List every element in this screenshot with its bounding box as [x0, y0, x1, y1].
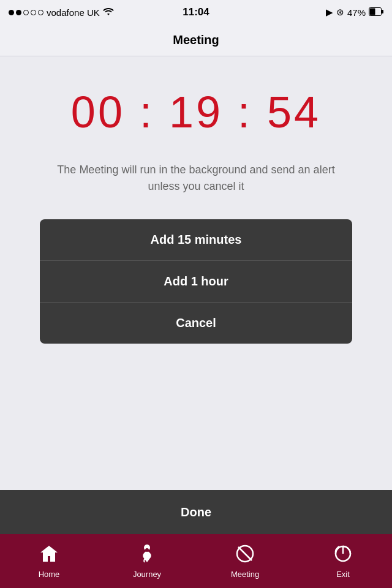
tab-meeting-label: Meeting — [231, 570, 259, 579]
done-label: Done — [181, 505, 211, 519]
status-left: vodafone UK — [9, 7, 114, 18]
status-bar: vodafone UK 11:04 ▶ ⊛ 47% — [0, 0, 392, 24]
signal-dot-4 — [31, 10, 36, 15]
home-icon — [39, 544, 59, 567]
add-15-minutes-button[interactable]: Add 15 minutes — [40, 219, 352, 261]
meeting-icon — [235, 544, 255, 567]
svg-line-7 — [238, 547, 252, 560]
signal-dot-2 — [16, 10, 21, 15]
tab-home[interactable]: Home — [0, 534, 98, 588]
signal-dot-1 — [9, 10, 14, 15]
action-buttons: Add 15 minutes Add 1 hour Cancel — [40, 219, 352, 344]
cancel-button[interactable]: Cancel — [40, 303, 352, 344]
signal-dot-5 — [38, 10, 43, 15]
exit-icon — [333, 544, 353, 567]
add-1-hour-button[interactable]: Add 1 hour — [40, 261, 352, 303]
tab-bar: Home Journey Meeting — [0, 534, 392, 588]
tab-home-label: Home — [39, 570, 60, 579]
bluetooth-icon: ⊛ — [336, 7, 344, 18]
svg-rect-2 — [382, 10, 383, 13]
tab-exit-label: Exit — [336, 570, 350, 579]
timer-display: 00 : 19 : 54 — [71, 87, 321, 137]
nav-title: Meeting — [173, 33, 219, 47]
tab-meeting[interactable]: Meeting — [196, 534, 294, 588]
done-bar[interactable]: Done — [0, 490, 392, 534]
tab-journey-label: Journey — [133, 570, 161, 579]
tab-journey[interactable]: Journey — [98, 534, 196, 588]
battery-percent: 47% — [347, 7, 366, 18]
main-content: 00 : 19 : 54 The Meeting will run in the… — [0, 56, 392, 490]
status-right: ▶ ⊛ 47% — [326, 7, 383, 18]
svg-rect-1 — [370, 8, 375, 15]
location-icon: ▶ — [326, 7, 333, 18]
tab-exit[interactable]: Exit — [294, 534, 392, 588]
battery-icon — [369, 7, 383, 18]
journey-icon — [137, 544, 157, 567]
svg-point-4 — [145, 548, 149, 552]
signal-dot-3 — [23, 10, 29, 15]
info-text: The Meeting will run in the background a… — [43, 162, 349, 195]
signal-dots — [9, 10, 43, 15]
wifi-icon — [103, 7, 114, 18]
carrier-name: vodafone UK — [47, 7, 100, 18]
nav-bar: Meeting — [0, 24, 392, 56]
status-time: 11:04 — [183, 6, 209, 18]
